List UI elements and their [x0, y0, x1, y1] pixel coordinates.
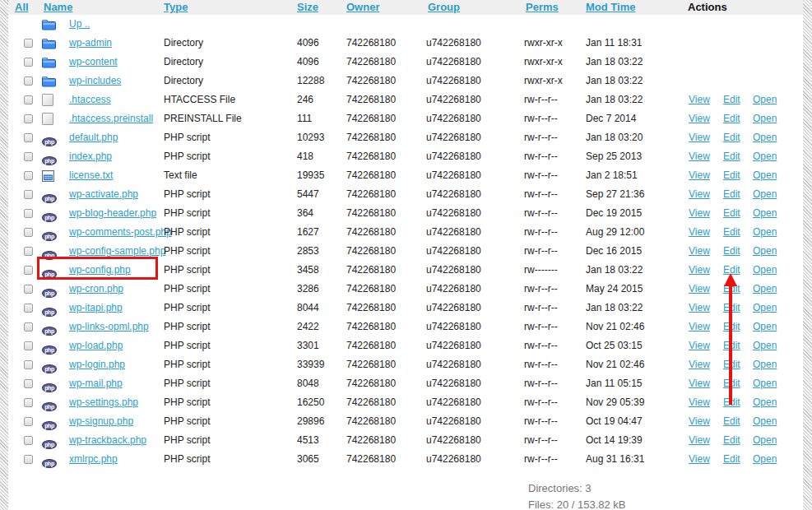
row-checkbox[interactable]	[24, 152, 33, 161]
edit-link[interactable]: Edit	[723, 147, 740, 166]
file-name-link[interactable]: wp-mail.php	[69, 374, 123, 393]
edit-link[interactable]: Edit	[723, 128, 740, 147]
open-link[interactable]: Open	[753, 431, 777, 450]
row-checkbox[interactable]	[24, 247, 33, 256]
view-link[interactable]: View	[689, 336, 710, 355]
edit-link[interactable]: Edit	[723, 109, 740, 128]
open-link[interactable]: Open	[753, 90, 777, 109]
row-checkbox[interactable]	[24, 455, 33, 464]
row-checkbox[interactable]	[24, 209, 33, 218]
view-link[interactable]: View	[689, 128, 710, 147]
view-link[interactable]: View	[689, 374, 710, 393]
open-link[interactable]: Open	[753, 147, 777, 166]
edit-link[interactable]: Edit	[723, 90, 740, 109]
file-name-link[interactable]: license.txt	[69, 166, 113, 185]
row-checkbox[interactable]	[24, 285, 33, 294]
file-name-link[interactable]: .htaccess.preinstall	[69, 109, 153, 128]
edit-link[interactable]: Edit	[723, 336, 740, 355]
view-link[interactable]: View	[689, 261, 710, 280]
open-link[interactable]: Open	[753, 450, 777, 469]
row-checkbox[interactable]	[24, 379, 33, 388]
file-name-link[interactable]: wp-activate.php	[69, 185, 138, 204]
edit-link[interactable]: Edit	[723, 412, 740, 431]
open-link[interactable]: Open	[753, 128, 777, 147]
view-link[interactable]: View	[689, 355, 710, 374]
file-name-link[interactable]: wp-cron.php	[69, 280, 123, 299]
edit-link[interactable]: Edit	[723, 355, 740, 374]
row-checkbox[interactable]	[24, 360, 33, 369]
row-checkbox[interactable]	[24, 76, 33, 86]
view-link[interactable]: View	[689, 147, 710, 166]
view-link[interactable]: View	[689, 393, 710, 412]
view-link[interactable]: View	[689, 223, 710, 242]
edit-link[interactable]: Edit	[723, 242, 740, 261]
column-header-name[interactable]: Name	[44, 1, 72, 13]
file-name-link[interactable]: wp-trackback.php	[69, 431, 146, 450]
view-link[interactable]: View	[689, 318, 710, 336]
file-name-link[interactable]: index.php	[69, 147, 112, 166]
open-link[interactable]: Open	[753, 318, 777, 336]
view-link[interactable]: View	[689, 280, 710, 299]
edit-link[interactable]: Edit	[723, 185, 740, 204]
row-checkbox[interactable]	[24, 190, 33, 199]
open-link[interactable]: Open	[753, 412, 777, 431]
row-checkbox[interactable]	[24, 95, 33, 104]
file-name-link[interactable]: wp-settings.php	[69, 393, 138, 412]
row-checkbox[interactable]	[24, 436, 33, 445]
open-link[interactable]: Open	[753, 204, 777, 223]
edit-link[interactable]: Edit	[723, 374, 740, 393]
file-name-link[interactable]: wp-comments-post.php	[69, 223, 172, 242]
column-header-size[interactable]: Size	[297, 1, 318, 13]
row-checkbox[interactable]	[24, 171, 33, 180]
open-link[interactable]: Open	[753, 242, 777, 261]
open-link[interactable]: Open	[753, 299, 777, 318]
file-name-link[interactable]: wp-signup.php	[69, 412, 133, 431]
edit-link[interactable]: Edit	[723, 431, 740, 450]
row-checkbox[interactable]	[24, 133, 33, 142]
view-link[interactable]: View	[689, 166, 710, 185]
file-name-link[interactable]: wp-itapi.php	[69, 299, 123, 318]
view-link[interactable]: View	[689, 412, 710, 431]
column-header-owner[interactable]: Owner	[346, 1, 379, 13]
file-name-link[interactable]: Up ..	[69, 15, 90, 34]
column-header-group[interactable]: Group	[428, 1, 460, 13]
row-checkbox[interactable]	[24, 266, 33, 275]
view-link[interactable]: View	[689, 242, 710, 261]
open-link[interactable]: Open	[753, 261, 777, 280]
edit-link[interactable]: Edit	[723, 223, 740, 242]
edit-link[interactable]: Edit	[723, 166, 740, 185]
view-link[interactable]: View	[689, 90, 710, 109]
column-header-perms[interactable]: Perms	[526, 1, 559, 13]
view-link[interactable]: View	[689, 431, 710, 450]
file-name-link[interactable]: wp-login.php	[69, 355, 125, 374]
file-name-link[interactable]: wp-config.php	[69, 261, 131, 280]
edit-link[interactable]: Edit	[723, 318, 740, 336]
row-checkbox[interactable]	[24, 341, 33, 350]
row-checkbox[interactable]	[24, 304, 33, 313]
file-name-link[interactable]: wp-includes	[69, 72, 121, 90]
row-checkbox[interactable]	[24, 58, 33, 67]
view-link[interactable]: View	[689, 185, 710, 204]
open-link[interactable]: Open	[753, 374, 777, 393]
file-name-link[interactable]: wp-blog-header.php	[69, 204, 156, 223]
open-link[interactable]: Open	[753, 280, 777, 299]
column-header-mod-time[interactable]: Mod Time	[586, 1, 635, 13]
open-link[interactable]: Open	[753, 166, 777, 185]
file-name-link[interactable]: wp-config-sample.php	[69, 242, 165, 261]
open-link[interactable]: Open	[753, 393, 777, 412]
edit-link[interactable]: Edit	[723, 280, 740, 299]
row-checkbox[interactable]	[24, 417, 33, 426]
file-name-link[interactable]: xmlrpc.php	[69, 450, 118, 469]
row-checkbox[interactable]	[24, 228, 33, 237]
edit-link[interactable]: Edit	[723, 450, 740, 469]
open-link[interactable]: Open	[753, 223, 777, 242]
view-link[interactable]: View	[689, 299, 710, 318]
row-checkbox[interactable]	[24, 398, 33, 407]
row-checkbox[interactable]	[24, 114, 33, 123]
open-link[interactable]: Open	[753, 109, 777, 128]
edit-link[interactable]: Edit	[723, 299, 740, 318]
column-header-type[interactable]: Type	[164, 1, 188, 13]
file-name-link[interactable]: default.php	[69, 128, 118, 147]
row-checkbox[interactable]	[24, 322, 33, 332]
edit-link[interactable]: Edit	[723, 393, 740, 412]
